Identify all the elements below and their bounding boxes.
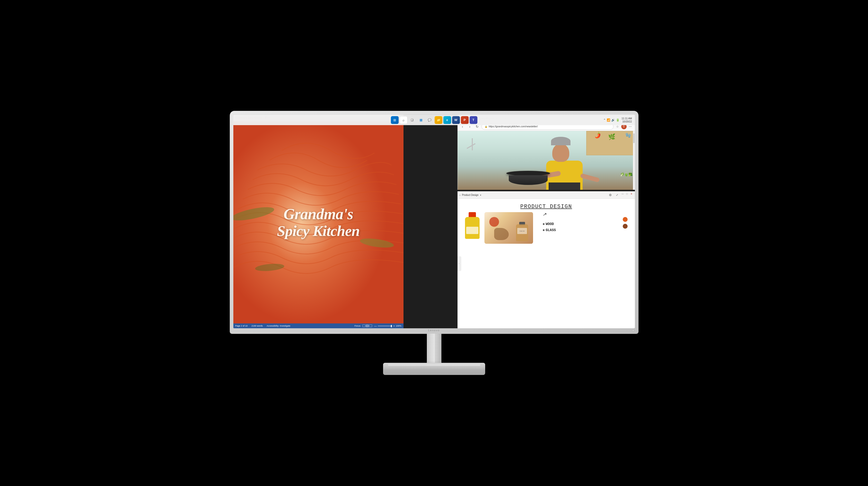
wifi-icon[interactable]: 📶 — [607, 118, 610, 122]
edge-icon: e — [446, 118, 448, 122]
sketch-dropdown-btn[interactable]: ▾ — [480, 194, 481, 196]
sketch-window: ‹ Product Design ▾ ⚙ ⤢ — □ ✕ — [458, 191, 635, 328]
start-button[interactable]: ⊞ — [391, 116, 399, 124]
page-info: Page 2 of 10 — [235, 325, 248, 327]
poster-title-line2: Spicy Kitchen — [277, 223, 360, 239]
recipe-poster: Grandma's Spicy Kitchen — [234, 121, 403, 323]
view-icons — [363, 325, 372, 327]
sketch-expand-btn[interactable]: ⤢ — [615, 192, 620, 198]
chili-label: Chili Oil — [517, 228, 527, 234]
sketch-maximize-btn[interactable]: □ — [626, 192, 628, 195]
time-display: 11:11 AM — [622, 117, 632, 120]
lock-icon: 🔒 — [485, 125, 487, 128]
mustard-bottle — [465, 212, 479, 239]
bottle-cap — [469, 212, 476, 217]
widgets-button[interactable]: ▦ — [417, 116, 425, 124]
statusbar-right: Focus — — [354, 324, 402, 327]
search-button[interactable]: ⌕ — [400, 116, 407, 124]
poster-text: Grandma's Spicy Kitchen — [277, 205, 360, 239]
word-statusbar: Page 2 of 10 2190 words Accessibility: I… — [234, 323, 403, 328]
view-icon-3[interactable] — [369, 325, 372, 327]
sketch-notes: ↗ ✱ WOOD ✱ GLASS — [543, 212, 556, 232]
powerpoint-icon: P — [464, 118, 466, 122]
system-tray: ⌃ 📶 🔊 🔋 11:11 AM 10/20/22 — [603, 117, 632, 123]
star-icon-2: ✱ — [543, 228, 545, 232]
browser-scrollbar[interactable] — [633, 131, 635, 190]
bottle-label — [466, 227, 478, 234]
sketch-back-btn[interactable]: ‹ — [460, 193, 461, 197]
poster-title-line1: Grandma's — [277, 205, 360, 223]
taskview-icon: ❑ — [411, 118, 413, 122]
monitor-bezel: Grandma's Spicy Kitchen - Word — □ ✕ — [230, 111, 638, 334]
start-icon: ⊞ — [393, 118, 396, 122]
sketch-title: PRODUCT DESIGN — [520, 204, 572, 210]
taskview-button[interactable]: ❑ — [408, 116, 416, 124]
wok-pan — [506, 171, 550, 185]
search-icon: ⌕ — [403, 118, 404, 122]
monitor: Grandma's Spicy Kitchen - Word — □ ✕ — [230, 111, 638, 375]
sketch-minimize-btn[interactable]: — — [621, 192, 624, 195]
taskbar-icons: ⊞ ⌕ ❑ ▦ — [391, 116, 477, 124]
date-display: 10/20/22 — [622, 120, 632, 123]
chili-body: Chili Oil — [516, 224, 528, 241]
sketch-titlebar-left: ‹ Product Design ▾ — [460, 193, 481, 197]
note-text-glass: GLASS — [546, 228, 556, 232]
sketch-title-container: PRODUCT DESIGN — [465, 204, 628, 210]
edge-button[interactable]: e — [443, 116, 451, 124]
powerpoint-button[interactable]: P — [461, 116, 469, 124]
accessibility-btn[interactable]: Accessibility: Investigate — [267, 325, 290, 327]
word-count: 2190 words — [252, 325, 263, 327]
word-window: Grandma's Spicy Kitchen - Word — □ ✕ — [234, 115, 403, 328]
color-dots — [623, 217, 628, 229]
brown-blob — [494, 228, 509, 240]
focus-btn[interactable]: Focus — [354, 325, 361, 327]
clock[interactable]: 11:11 AM 10/20/22 — [622, 117, 632, 123]
view-icon-2[interactable] — [366, 325, 369, 327]
zoom-control: — + 100% — [374, 324, 401, 327]
oven-mitt: 🧤 — [625, 132, 631, 138]
chili-bottle-sketch: Chili Oil — [516, 222, 528, 241]
word-button[interactable]: W — [452, 116, 460, 124]
word-icon: W — [454, 118, 457, 122]
curved-arrow-icon: ↗ — [542, 211, 556, 219]
food-items: 🥬🫑🥦 — [620, 172, 632, 176]
folder-icon: 📁 — [437, 118, 440, 122]
product-image: Chili Oil — [485, 212, 533, 244]
browser-content: 🌿 🧤 🌶️ — [458, 131, 635, 190]
sketch-close-btn[interactable]: ✕ — [630, 192, 633, 195]
teams-icon: T — [472, 118, 474, 122]
chat-button[interactable]: 💬 — [426, 116, 434, 124]
sketch-content: › PRODUCT DESIGN — [458, 199, 635, 328]
view-icon-1[interactable] — [363, 325, 365, 327]
sketch-section-label: Product Design — [462, 194, 478, 196]
chat-icon: 💬 — [428, 118, 431, 122]
scrollbar-thumb — [633, 133, 634, 143]
power-button[interactable] — [632, 329, 634, 332]
chevron-up-icon[interactable]: ⌃ — [603, 118, 606, 122]
sketch-canvas: PRODUCT DESIGN — [458, 199, 635, 328]
kitchen-photo: 🌿 🧤 🌶️ — [458, 131, 635, 190]
sketch-settings-btn[interactable]: ⚙ — [608, 192, 613, 198]
zoom-plus[interactable]: + — [393, 324, 395, 327]
zoom-percent: 100% — [396, 325, 401, 327]
faucet-area — [465, 138, 479, 158]
lenovo-logo: Lenovo — [428, 329, 440, 332]
zoom-minus[interactable]: — — [374, 324, 377, 327]
sys-icons: ⌃ 📶 🔊 🔋 — [603, 118, 620, 122]
note-wood: ✱ WOOD — [543, 222, 556, 226]
zoom-slider[interactable] — [378, 326, 392, 326]
star-icon-1: ✱ — [543, 222, 545, 226]
note-glass: ✱ GLASS — [543, 228, 556, 232]
color-dot-orange — [623, 217, 628, 222]
teams-button[interactable]: T — [470, 116, 477, 124]
volume-icon[interactable]: 🔊 — [611, 118, 615, 122]
file-explorer-button[interactable]: 📁 — [435, 116, 442, 124]
taskbar: ⊞ ⌕ ❑ ▦ — [234, 115, 635, 125]
screen-area: Grandma's Spicy Kitchen - Word — □ ✕ — [234, 115, 635, 328]
red-circle — [489, 217, 499, 227]
note-text-wood: WOOD — [546, 222, 554, 226]
browser-window: G Grandma's Spicy Kitchen ✕ + — □ ✕ — [458, 115, 635, 190]
color-dot-brown — [623, 224, 628, 229]
battery-icon[interactable]: 🔋 — [616, 118, 620, 122]
screen: Grandma's Spicy Kitchen - Word — □ ✕ — [234, 115, 635, 328]
